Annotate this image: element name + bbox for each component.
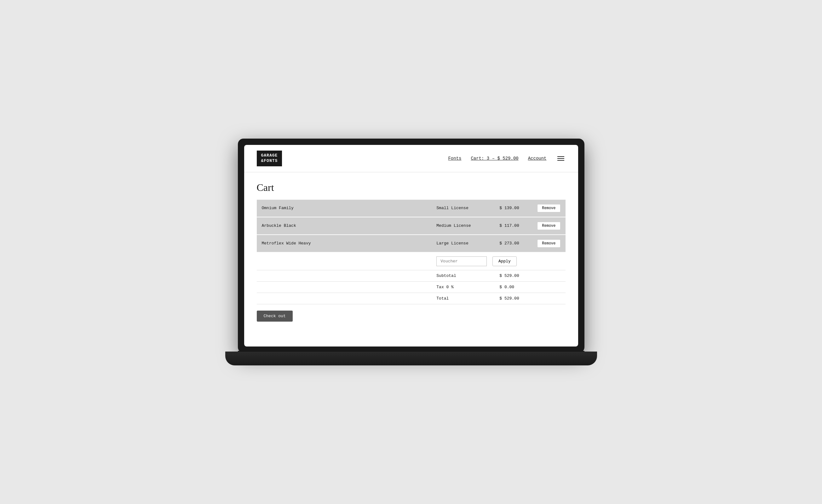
total-row: Total $ 529.00 [257, 293, 565, 304]
table-row: Metroflex Wide Heavy Large License $ 273… [257, 235, 565, 252]
laptop-frame: GARAGE &FONTS Fonts Cart: 3 – $ 529.00 A… [238, 139, 584, 365]
item-license-2: Medium License [431, 217, 494, 235]
item-price-1: $ 139.00 [494, 200, 532, 217]
voucher-row: Apply [257, 252, 565, 270]
remove-button-1[interactable]: Remove [537, 204, 560, 212]
remove-button-2[interactable]: Remove [537, 222, 560, 230]
item-action-2: Remove [532, 217, 565, 235]
total-label: Total [431, 293, 494, 304]
total-action [532, 293, 565, 304]
item-name-2: Arbuckle Black [257, 217, 432, 235]
item-license-3: Large License [431, 235, 494, 252]
navigation: GARAGE &FONTS Fonts Cart: 3 – $ 529.00 A… [244, 145, 578, 172]
tax-empty [257, 281, 432, 293]
item-action-3: Remove [532, 235, 565, 252]
item-license-1: Small License [431, 200, 494, 217]
nav-links: Fonts Cart: 3 – $ 529.00 Account [448, 155, 565, 162]
checkout-button[interactable]: Check out [257, 311, 293, 322]
laptop-base [225, 352, 597, 365]
nav-cart-link[interactable]: Cart: 3 – $ 529.00 [471, 156, 518, 161]
nav-fonts-link[interactable]: Fonts [448, 156, 461, 161]
logo-line1: GARAGE [261, 153, 278, 158]
item-price-2: $ 117.00 [494, 217, 532, 235]
nav-account-link[interactable]: Account [528, 156, 547, 161]
subtotal-empty [257, 270, 432, 281]
apply-button[interactable]: Apply [492, 257, 517, 266]
subtotal-value: $ 529.00 [494, 270, 532, 281]
logo-line2: &FONTS [261, 158, 278, 164]
item-name-1: Omnium Family [257, 200, 432, 217]
item-price-3: $ 273.00 [494, 235, 532, 252]
subtotal-label: Subtotal [431, 270, 494, 281]
cart-table: Omnium Family Small License $ 139.00 Rem… [257, 200, 565, 304]
laptop-screen: GARAGE &FONTS Fonts Cart: 3 – $ 529.00 A… [244, 145, 578, 347]
voucher-empty-cell [257, 252, 432, 270]
tax-action [532, 281, 565, 293]
tax-row: Tax 0 % $ 0.00 [257, 281, 565, 293]
table-row: Arbuckle Black Medium License $ 117.00 R… [257, 217, 565, 235]
total-empty [257, 293, 432, 304]
hamburger-line-1 [557, 156, 564, 157]
item-action-1: Remove [532, 200, 565, 217]
laptop-body: GARAGE &FONTS Fonts Cart: 3 – $ 529.00 A… [238, 139, 584, 353]
table-row: Omnium Family Small License $ 139.00 Rem… [257, 200, 565, 217]
voucher-cell: Apply [431, 252, 532, 270]
subtotal-action [532, 270, 565, 281]
subtotal-row: Subtotal $ 529.00 [257, 270, 565, 281]
voucher-action-cell [532, 252, 565, 270]
main-content: Cart Omnium Family Small License $ 139.0… [244, 172, 578, 347]
hamburger-line-2 [557, 158, 564, 159]
hamburger-line-3 [557, 160, 564, 161]
hamburger-menu[interactable] [556, 155, 565, 162]
total-value: $ 529.00 [494, 293, 532, 304]
tax-value: $ 0.00 [494, 281, 532, 293]
voucher-input[interactable] [436, 257, 487, 266]
item-name-3: Metroflex Wide Heavy [257, 235, 432, 252]
site-logo[interactable]: GARAGE &FONTS [257, 150, 282, 166]
tax-label: Tax 0 % [431, 281, 494, 293]
page-title: Cart [257, 182, 565, 193]
remove-button-3[interactable]: Remove [537, 239, 560, 247]
